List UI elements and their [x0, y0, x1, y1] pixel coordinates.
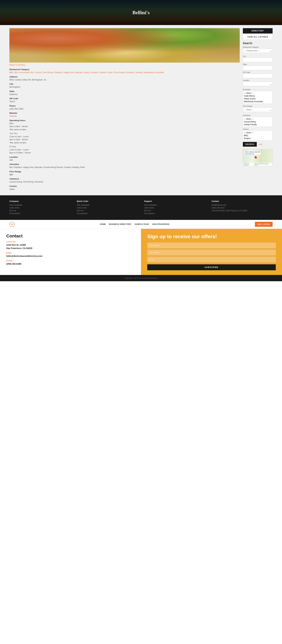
clear-link[interactable]: clear — [258, 143, 262, 145]
amenities-section: Amenities Bar, Fireplace, Happy Hour Spe… — [10, 163, 240, 169]
search-section: Search Restaurant Category — Choose One … — [243, 42, 272, 166]
map-address-label: 6801 Cahaba Valley Rd View larger map — [244, 151, 260, 154]
hours-frisat: Fri-Sat: 11am to 5pm - Lunch 5pm to 9:30… — [10, 145, 240, 154]
signup-last-name[interactable] — [147, 250, 276, 256]
footer-quick-links-title: Quick Links — [77, 200, 138, 202]
search-title: Search — [243, 42, 272, 45]
hours-frisat-label: Fri-Sat: — [10, 146, 16, 148]
nav-sample-page[interactable]: SAMPLE PAGE — [135, 223, 149, 225]
category-field-label: Restaurant Category — [243, 46, 272, 48]
footer-quick-links: Quick Links Sed voluplatem Unde omnis Er… — [77, 200, 138, 215]
contact-email-link[interactable]: hello@divirestaurantdirectory.com — [6, 255, 42, 257]
contact-phone-label: PHONE — [6, 260, 135, 262]
map-footer: Keyboard shortcuts Map data ©2024 Google… — [243, 163, 272, 166]
hours-label: Operating Hours — [10, 119, 240, 122]
directory-button[interactable]: DIRECTORY — [243, 28, 272, 34]
footer-contact-address: 1245 Divi Street, San Francisco, CA 3426… — [211, 210, 272, 212]
location-section: Location 280 — [10, 156, 240, 162]
city-value: Birmingham — [10, 86, 240, 88]
hours-mon-line2: *Bar opens at 4pm — [10, 128, 26, 131]
subscribe-button[interactable]: SUBSCRIBE — [147, 264, 276, 270]
category-select-wrapper[interactable]: — Choose One — $$$ 289 Accessibility Bar… — [243, 48, 272, 54]
phone-section: Phone (205) 981-5380 — [10, 105, 240, 110]
contact-email-value: hello@divirestaurantdirectory.com — [6, 254, 135, 258]
contact-location-line1: 1234 Divi St. #1000 — [6, 244, 26, 246]
signup-box: Sign up to receive our offers! SUBSCRIBE — [141, 229, 282, 275]
phone-label: Phone — [10, 105, 240, 107]
ambiance-label: Ambiance — [10, 178, 240, 180]
contact-signup-row: Contact LOCATION 1234 Divi St. #1000 San… — [0, 229, 282, 275]
price-range-label: Price Range — [10, 170, 240, 173]
address-label: Address — [10, 76, 240, 78]
nav-logo[interactable]: D — [10, 222, 15, 227]
address-section: Address 6801 Cahaba Valley Rd, Birmingha… — [10, 76, 240, 82]
hours-mon-label: Mon: — [10, 122, 14, 124]
view-all-button[interactable]: VIEW ALL LISTINGS — [243, 34, 272, 40]
signup-first-name[interactable] — [147, 242, 276, 248]
footer-contact: Contact info@divimer.com (434)-235-2314 … — [211, 200, 272, 215]
ambiance-section: Ambiance Casual Dining, Fine Dining, Rom… — [10, 178, 240, 184]
footer-company-item-3: Accusantium — [10, 212, 71, 214]
price-range-select-wrapper[interactable]: — None — $ $$ $$$ — [243, 108, 272, 113]
contact-location-value: 1234 Divi St. #1000 San Francisco, CA 94… — [6, 243, 135, 250]
footer-support-item-1: Unde omnis — [144, 207, 205, 209]
nav-home[interactable]: HOME — [100, 223, 106, 225]
hours-mon: Mon: 5pm to 9pm - Dinner *Bar opens at 4… — [10, 122, 240, 131]
copyright-text: Copyright © 2024 Divi Restaurant Directo… — [124, 277, 157, 279]
category-value: $$$, 289, Accessibility, Bar, Cuisine, F… — [10, 71, 240, 74]
final-footer: Copyright © 2024 Divi Restaurant Directo… — [0, 275, 282, 281]
price-range-select[interactable]: — None — $ $$ $$$ — [243, 108, 272, 112]
search-actions: SEARCH clear — [243, 142, 272, 148]
content-area: Return to Directory Restaurant Category … — [10, 28, 240, 192]
signup-title: Sign up to receive our offers! — [147, 234, 276, 240]
location-value: 280 — [10, 158, 240, 162]
website-value[interactable]: Website — [10, 114, 240, 118]
location-select-wrapper[interactable] — [243, 82, 272, 87]
map-view-link[interactable]: View larger map — [245, 153, 254, 154]
city-label: City — [10, 83, 240, 85]
hours-mon-line1: 5pm to 9pm - Dinner — [10, 125, 28, 128]
footer-company: Company Sed voluplatem Unde omnis Error … — [10, 200, 71, 215]
footer-support-item-0: Sed voluplatem — [144, 204, 205, 206]
website-link[interactable]: Website — [10, 115, 17, 117]
state-label: State — [10, 90, 240, 92]
nav-bar: D HOME BUSINESS DIRECTORY SAMPLE PAGE UN… — [0, 220, 282, 229]
contact-box: Contact LOCATION 1234 Divi St. #1000 San… — [0, 229, 141, 275]
map-placeholder[interactable]: 6801 Cahaba Valley Rd View larger map Ke… — [243, 149, 272, 166]
cuisine-listbox[interactable]: — None — BBQ Burgers — [243, 130, 272, 140]
nav-business-directory[interactable]: BUSINESS DIRECTORY — [109, 223, 131, 225]
footer-dark: Company Sed voluplatem Unde omnis Error … — [0, 195, 282, 220]
category-section: Restaurant Category $$$, 289, Accessibil… — [10, 68, 240, 74]
return-link[interactable]: Return to Directory — [10, 64, 240, 66]
contact-email-label: EMAIL — [6, 252, 135, 254]
amenities-listbox[interactable]: — None — Audio Menus Ramp Access Wheelch… — [243, 91, 272, 104]
category-select[interactable]: — Choose One — $$$ 289 Accessibility Bar… — [243, 48, 272, 53]
search-button[interactable]: SEARCH — [243, 142, 257, 147]
food-image-inner — [10, 28, 240, 62]
hours-tuethu-line2: 5pm to 9pm - Dinner — [10, 138, 28, 141]
map-footer-right: Map data ©2024 Google Terms — [254, 163, 272, 166]
hours-tuethu-line3: *Bar opens at 4pm — [10, 142, 26, 144]
zip-input[interactable] — [243, 74, 272, 78]
zip-value: 35242 — [10, 100, 240, 103]
state-section: State Alabama — [10, 90, 240, 96]
city-input[interactable] — [243, 58, 272, 62]
state-field-label: State — [243, 64, 272, 65]
footer-company-title: Company — [10, 200, 71, 202]
sidebar: DIRECTORY VIEW ALL LISTINGS Search Resta… — [243, 28, 272, 192]
footer-company-item-2: Error sit — [10, 210, 71, 212]
price-range-field-label: Price Range — [243, 105, 272, 107]
footer-company-item-1: Unde omnis — [10, 207, 71, 209]
signup-email[interactable] — [147, 257, 276, 262]
nav-uncategorized[interactable]: UNCATEGORIZED — [152, 223, 169, 225]
footer-quicklinks-item-1: Unde omnis — [77, 207, 138, 209]
footer-support-item-2: Error sit — [144, 210, 205, 212]
location-select[interactable] — [243, 82, 272, 86]
add-listing-button[interactable]: ADD LISTING — [255, 222, 272, 227]
state-input[interactable] — [243, 66, 272, 70]
phone-value: (205) 981-5380 — [10, 107, 240, 110]
footer-contact-title: Contact — [211, 200, 272, 202]
hero-section: Bellini's — [0, 0, 282, 25]
ambiance-listbox[interactable]: — None — Casual Dining Family-Friendly — [243, 117, 272, 127]
contact-title: Contact — [6, 234, 135, 238]
